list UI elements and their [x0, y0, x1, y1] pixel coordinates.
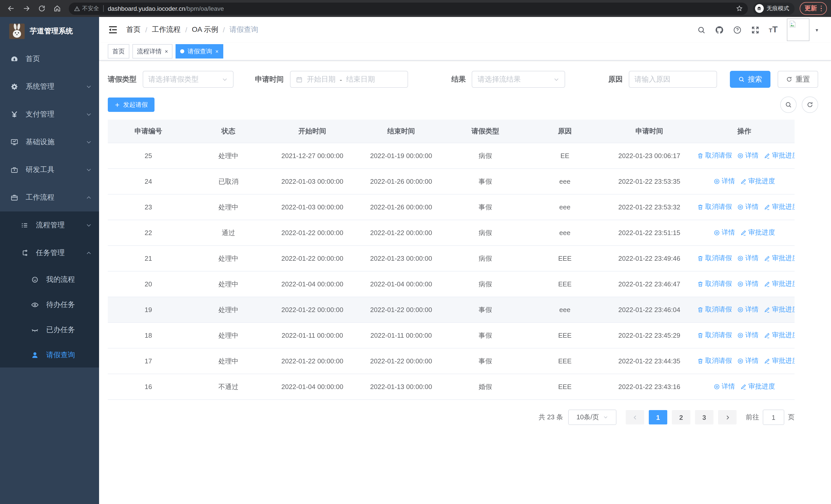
sidebar-item-todo-tasks[interactable]: 待办任务	[0, 292, 99, 317]
github-icon[interactable]	[715, 25, 724, 34]
approval-progress-link[interactable]: 审批进度	[764, 151, 795, 160]
approval-progress-link[interactable]: 审批进度	[764, 279, 795, 289]
cancel-leave-link[interactable]: 取消请假	[697, 305, 732, 314]
browser-reload-button[interactable]	[35, 2, 48, 15]
sidebar-item-my-process[interactable]: 我的流程	[0, 267, 99, 292]
browser-update-button[interactable]: 更新	[799, 2, 827, 15]
search-button[interactable]: 搜索	[730, 71, 770, 88]
leave-table: 申请编号 状态 开始时间 结束时间 请假类型 原因 申请时间 操作 25 处理中…	[108, 120, 795, 400]
font-size-icon[interactable]: TT	[769, 25, 778, 35]
sidebar-item-done-tasks[interactable]: 已办任务	[0, 317, 99, 342]
apply-time-range-picker[interactable]: 开始日期 - 结束日期	[290, 71, 408, 88]
leave-type-select[interactable]: 请选择请假类型	[143, 71, 233, 88]
detail-link[interactable]: 详情	[737, 305, 758, 314]
page-size-select[interactable]: 10条/页	[568, 410, 617, 425]
trash-icon	[697, 255, 704, 262]
fullscreen-icon[interactable]	[751, 25, 760, 34]
cell-reason: EEE	[558, 357, 572, 365]
detail-link[interactable]: 详情	[713, 177, 735, 186]
detail-link[interactable]: 详情	[713, 382, 735, 391]
detail-link[interactable]: 详情	[737, 151, 758, 160]
reset-button[interactable]: 重置	[778, 71, 818, 88]
prev-page-button[interactable]	[626, 410, 644, 424]
detail-link[interactable]: 详情	[737, 331, 758, 340]
cell-apply-time: 2022-01-22 23:43:16	[618, 383, 680, 391]
tab-process-detail[interactable]: 流程详情×	[133, 44, 173, 59]
cell-apply-id: 23	[145, 203, 152, 211]
create-leave-button[interactable]: 发起请假	[108, 97, 154, 112]
avatar[interactable]	[787, 19, 809, 41]
cancel-leave-link[interactable]: 取消请假	[697, 203, 732, 212]
browser-back-button[interactable]	[4, 2, 18, 15]
approval-progress-link[interactable]: 审批进度	[764, 331, 795, 340]
sidebar-item-infrastructure[interactable]: 基础设施	[0, 128, 99, 156]
chevron-down-icon	[86, 139, 92, 145]
sidebar-toggle-icon[interactable]	[108, 25, 118, 35]
breadcrumb-workflow[interactable]: 工作流程	[152, 25, 181, 34]
sidebar-logo[interactable]: 芋道管理系统	[0, 17, 99, 45]
goto-page-input[interactable]: 1	[763, 410, 784, 425]
approval-progress-link[interactable]: 审批进度	[764, 305, 795, 314]
approval-progress-link[interactable]: 审批进度	[764, 203, 795, 212]
broken-image-icon	[789, 20, 797, 28]
breadcrumb-oa-example[interactable]: OA 示例	[192, 25, 219, 34]
sidebar-item-process-management[interactable]: 流程管理	[0, 211, 99, 239]
sidebar-item-payment[interactable]: 支付管理	[0, 100, 99, 128]
detail-link[interactable]: 详情	[737, 356, 758, 366]
detail-link[interactable]: 详情	[713, 228, 735, 237]
result-select[interactable]: 请选择流结果	[472, 71, 565, 88]
url-bar[interactable]: 不安全 dashboard.yudao.iocoder.cn/bpm/oa/le…	[69, 2, 748, 14]
page-button-1[interactable]: 1	[649, 410, 667, 424]
detail-link[interactable]: 详情	[737, 254, 758, 263]
sidebar-item-leave-query[interactable]: 请假查询	[0, 342, 99, 367]
sidebar-item-dev-tools[interactable]: 研发工具	[0, 156, 99, 184]
browser-menu-icon[interactable]	[821, 6, 822, 11]
cancel-leave-link[interactable]: 取消请假	[697, 356, 732, 366]
approval-progress-link[interactable]: 审批进度	[740, 228, 775, 237]
page-button-2[interactable]: 2	[672, 410, 690, 424]
approval-progress-link[interactable]: 审批进度	[740, 177, 775, 186]
pen-icon	[740, 230, 747, 236]
close-icon[interactable]: ×	[215, 48, 219, 54]
approval-progress-link[interactable]: 审批进度	[764, 356, 795, 366]
sidebar-item-label: 系统管理	[26, 82, 79, 91]
cancel-leave-link[interactable]: 取消请假	[697, 151, 732, 160]
sidebar-item-label: 已办任务	[46, 325, 92, 334]
reason-input[interactable]: 请输入原因	[629, 71, 717, 88]
browser-home-button[interactable]	[50, 2, 64, 15]
cell-apply-id: 17	[145, 357, 152, 365]
approval-progress-link[interactable]: 审批进度	[740, 382, 775, 391]
approval-progress-link[interactable]: 审批进度	[764, 254, 795, 263]
cancel-leave-link[interactable]: 取消请假	[697, 279, 732, 289]
detail-link[interactable]: 详情	[737, 203, 758, 212]
result-label: 结果	[452, 75, 466, 84]
help-icon[interactable]	[733, 25, 742, 34]
next-page-button[interactable]	[718, 410, 737, 424]
show-search-button[interactable]	[780, 96, 797, 113]
chevron-down-icon[interactable]: ▾	[815, 27, 818, 33]
sidebar-item-workflow[interactable]: 工作流程	[0, 184, 99, 211]
sidebar-item-system[interactable]: 系统管理	[0, 73, 99, 100]
cell-status: 处理中	[219, 254, 238, 262]
browser-forward-button[interactable]	[20, 2, 33, 15]
tab-leave-query[interactable]: 请假查询×	[176, 44, 223, 59]
close-icon[interactable]: ×	[165, 48, 168, 54]
refresh-table-button[interactable]	[802, 96, 818, 113]
view-icon	[737, 152, 744, 159]
table-row: 25 处理中 2021-12-27 00:00:00 2022-01-19 00…	[108, 143, 795, 169]
sidebar-item-task-management[interactable]: 任务管理	[0, 239, 99, 267]
sidebar-item-home[interactable]: 首页	[0, 45, 99, 73]
cell-start-time: 2022-01-22 00:00:00	[281, 229, 343, 237]
cancel-leave-link[interactable]: 取消请假	[697, 331, 732, 340]
breadcrumb-home[interactable]: 首页	[126, 25, 141, 34]
cell-reason: eee	[559, 306, 570, 314]
sidebar: 芋道管理系统 首页 系统管理 支付管理	[0, 17, 99, 504]
page-button-3[interactable]: 3	[695, 410, 713, 424]
not-secure-warning[interactable]: 不安全	[74, 5, 99, 12]
cancel-leave-link[interactable]: 取消请假	[697, 254, 732, 263]
url-text[interactable]: dashboard.yudao.iocoder.cn/bpm/oa/leave	[108, 5, 736, 12]
detail-link[interactable]: 详情	[737, 279, 758, 289]
bookmark-star-icon[interactable]	[736, 5, 742, 12]
tab-home[interactable]: 首页	[108, 44, 130, 59]
search-icon[interactable]	[697, 25, 706, 34]
